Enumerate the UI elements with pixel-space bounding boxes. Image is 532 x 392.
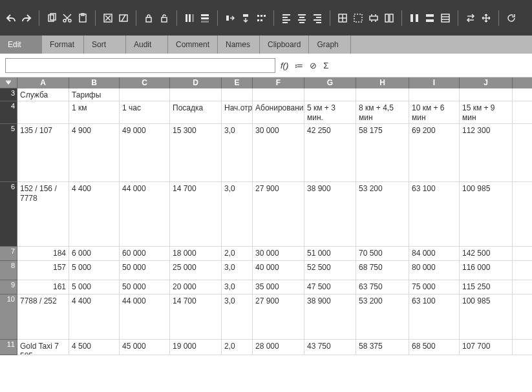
show-icon[interactable] xyxy=(440,12,451,24)
unlock-icon[interactable] xyxy=(158,12,170,24)
cell[interactable]: 152 / 156 / 7778 xyxy=(17,182,69,246)
insert-row-icon[interactable] xyxy=(199,12,211,24)
cell[interactable]: 4 400 xyxy=(69,294,120,339)
cell[interactable]: 84 000 xyxy=(409,247,460,260)
row-header[interactable]: 4 xyxy=(0,101,17,124)
cell[interactable]: 3,0 xyxy=(222,294,253,339)
cell[interactable]: 70 500 xyxy=(356,247,409,260)
cell[interactable]: 53 200 xyxy=(356,294,409,339)
cell[interactable] xyxy=(222,88,253,101)
cell[interactable] xyxy=(253,88,304,101)
fill-down-icon[interactable] xyxy=(240,12,251,24)
cell[interactable]: 44 000 xyxy=(120,182,170,246)
cell[interactable]: 1 км xyxy=(69,101,120,123)
cell[interactable]: 10 км + 6 мин xyxy=(409,101,460,123)
cell[interactable]: 15 300 xyxy=(170,124,222,181)
cell[interactable]: 30 000 xyxy=(253,124,304,181)
cell[interactable]: 115 250 xyxy=(460,280,513,294)
cell[interactable]: 19 000 xyxy=(170,340,222,355)
multiline-icon[interactable]: ≔ xyxy=(295,61,303,70)
align-left-icon[interactable] xyxy=(281,12,292,24)
cell[interactable]: 6 000 xyxy=(69,247,120,260)
cell[interactable]: 5 000 xyxy=(69,261,120,280)
cell[interactable]: 112 300 xyxy=(460,124,513,181)
tab-names[interactable]: Names xyxy=(218,36,260,54)
cell[interactable]: 50 000 xyxy=(120,261,170,280)
cell[interactable]: 3,0 xyxy=(222,261,253,280)
cell[interactable]: Gold Taxi 7 585 xyxy=(17,340,69,355)
cell[interactable]: 69 200 xyxy=(409,124,460,181)
cell[interactable]: 44 000 xyxy=(120,294,170,339)
tab-comment[interactable]: Comment xyxy=(168,36,218,54)
cell[interactable]: 3,0 xyxy=(222,280,253,294)
cell[interactable]: 5 км + 3 мин. xyxy=(304,101,356,123)
row-header[interactable]: 6 xyxy=(0,182,17,247)
column-header[interactable]: D xyxy=(170,77,222,88)
hide-col-icon[interactable] xyxy=(409,12,420,24)
unmerge-icon[interactable] xyxy=(383,12,395,24)
select-all-corner[interactable] xyxy=(0,77,17,88)
cell[interactable]: 100 985 xyxy=(460,182,513,246)
merge-icon[interactable] xyxy=(368,12,379,24)
link-icon[interactable]: ⊘ xyxy=(310,61,317,70)
cell[interactable]: 8 км + 4,5 мин xyxy=(356,101,409,123)
row-header[interactable]: 3 xyxy=(0,88,17,101)
recalc-icon[interactable] xyxy=(505,12,517,24)
row-header[interactable]: 11 xyxy=(0,340,17,355)
grid-icon[interactable] xyxy=(337,12,348,24)
cell[interactable]: 53 200 xyxy=(356,182,409,246)
cell[interactable]: 25 000 xyxy=(170,261,222,280)
border-icon[interactable] xyxy=(352,12,364,24)
paste-icon[interactable] xyxy=(77,12,89,24)
redo-icon[interactable] xyxy=(21,12,32,24)
cell[interactable]: 14 700 xyxy=(170,294,222,339)
cell[interactable] xyxy=(120,88,170,101)
tab-graph[interactable]: Graph xyxy=(309,36,351,54)
cell[interactable]: 63 750 xyxy=(356,280,409,294)
cell[interactable]: 116 000 xyxy=(460,261,513,280)
function-icon[interactable]: f() xyxy=(281,61,288,70)
fill-series-icon[interactable] xyxy=(255,12,267,24)
cell[interactable]: 142 500 xyxy=(460,247,513,260)
cell[interactable]: 14 700 xyxy=(170,182,222,246)
cell[interactable]: 27 900 xyxy=(253,294,304,339)
cell[interactable]: 15 км + 9 мин xyxy=(460,101,513,123)
cell[interactable]: 43 750 xyxy=(304,340,356,355)
cell[interactable]: 38 900 xyxy=(304,294,356,339)
insert-col-icon[interactable] xyxy=(184,12,195,24)
column-header[interactable]: H xyxy=(356,77,409,88)
copy-icon[interactable] xyxy=(46,12,58,24)
cell[interactable]: 5 000 xyxy=(69,280,120,294)
erase-all-icon[interactable] xyxy=(102,12,114,24)
cell[interactable]: Тарифы xyxy=(69,88,120,101)
cell[interactable]: 58 375 xyxy=(356,340,409,355)
cell[interactable]: 63 100 xyxy=(409,294,460,339)
cell[interactable]: 2,0 xyxy=(222,340,253,355)
row-header[interactable]: 8 xyxy=(0,261,17,280)
cell[interactable]: 4 500 xyxy=(69,340,120,355)
cell[interactable]: 45 000 xyxy=(120,340,170,355)
tab-format[interactable]: Format xyxy=(42,36,84,54)
cell[interactable]: 80 000 xyxy=(409,261,460,280)
cell[interactable]: 27 900 xyxy=(253,182,304,246)
cell[interactable]: 50 000 xyxy=(120,280,170,294)
column-header[interactable]: F xyxy=(253,77,304,88)
undo-icon[interactable] xyxy=(5,12,17,24)
hide-row-icon[interactable] xyxy=(424,12,436,24)
cell[interactable]: 7788 / 252 xyxy=(17,294,69,339)
cell[interactable]: 58 175 xyxy=(356,124,409,181)
cell[interactable]: 52 500 xyxy=(304,261,356,280)
cell[interactable]: 42 250 xyxy=(304,124,356,181)
align-center-icon[interactable] xyxy=(296,12,308,24)
column-header[interactable]: G xyxy=(304,77,356,88)
cut-icon[interactable] xyxy=(61,12,73,24)
cell[interactable]: 100 985 xyxy=(460,294,513,339)
cell[interactable] xyxy=(460,88,513,101)
row-header[interactable]: 5 xyxy=(0,124,17,182)
cell[interactable]: Абонирование xyxy=(253,101,304,123)
cell[interactable]: 40 000 xyxy=(253,261,304,280)
cell[interactable]: 2,0 xyxy=(222,247,253,260)
cells-area[interactable]: СлужбаТарифы1 км1 часПосадкаНач.отр.кмАб… xyxy=(17,88,532,355)
cell[interactable]: 38 900 xyxy=(304,182,356,246)
cell[interactable]: 161 xyxy=(17,280,69,294)
